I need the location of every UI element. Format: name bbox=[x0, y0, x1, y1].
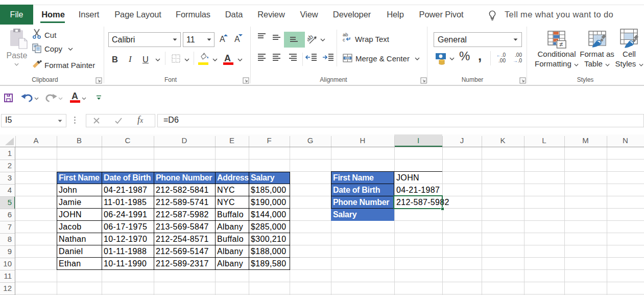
svg-text:≠: ≠ bbox=[559, 40, 563, 48]
svg-text:c: c bbox=[343, 37, 345, 42]
